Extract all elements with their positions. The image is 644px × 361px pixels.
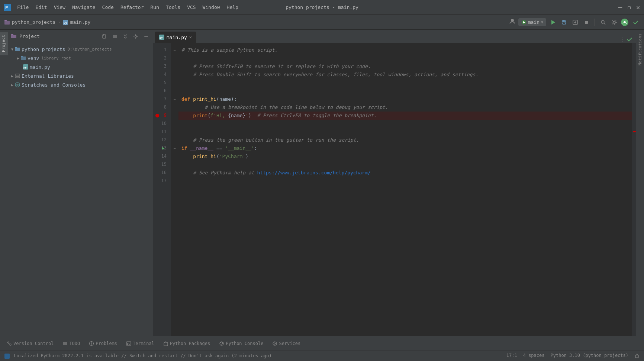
code-line-16: # See PyCharm help at https://www.jetbra…: [178, 169, 632, 177]
minimize-button[interactable]: —: [617, 4, 623, 10]
bottom-tab-terminal[interactable]: Terminal: [122, 338, 158, 349]
line-num-1: 1: [155, 46, 170, 54]
run-button[interactable]: [548, 18, 557, 27]
tree-venv[interactable]: ▶ venv library root: [14, 54, 153, 62]
project-panel-title: Project: [19, 33, 98, 39]
svg-rect-64: [635, 355, 638, 358]
notifications-checkmark[interactable]: [632, 19, 640, 26]
tree-root[interactable]: ▼ python_projects D:\python_projects: [8, 45, 153, 54]
line-numbers: 1 2 3 4 5 6 7 8 9 10 11 12 ▶ 13 14: [153, 43, 171, 336]
fold-16: [171, 169, 178, 177]
debug-button[interactable]: [560, 18, 569, 27]
menu-navigate[interactable]: Navigate: [69, 3, 99, 12]
menu-edit[interactable]: Edit: [32, 3, 50, 12]
project-folder-icon: [11, 34, 16, 39]
fold-13[interactable]: ⌐: [171, 144, 178, 152]
bottom-tab-problems[interactable]: Problems: [85, 338, 121, 349]
svg-point-43: [16, 84, 19, 86]
bottom-tab-packages[interactable]: Python Packages: [160, 338, 214, 349]
status-position[interactable]: 17:1: [506, 353, 517, 359]
line-num-14: 14: [155, 152, 170, 161]
menu-window[interactable]: Window: [200, 3, 223, 12]
svg-line-19: [604, 23, 605, 25]
settings-gear-button[interactable]: [132, 33, 139, 40]
fold-17: [171, 177, 178, 185]
collapse-all-button[interactable]: [111, 33, 119, 40]
root-path: D:\python_projects: [67, 47, 112, 52]
menu-help[interactable]: Help: [224, 3, 241, 12]
line8-comment: # Use a breakpoint in the code line belo…: [181, 103, 388, 112]
menu-vcs[interactable]: VCS: [184, 3, 199, 12]
more-tabs-button[interactable]: ⋮: [619, 36, 625, 42]
status-indent[interactable]: 4 spaces: [523, 353, 545, 359]
editor-tab-mainpy[interactable]: py main.py ✕: [155, 32, 196, 43]
profile-button[interactable]: [509, 18, 516, 26]
menu-code[interactable]: Code: [99, 3, 117, 12]
tab-close-button[interactable]: ✕: [189, 35, 192, 40]
toolbar-separator: [595, 19, 595, 26]
code-line-1: # This is a sample Python script.: [178, 46, 632, 54]
new-file-button[interactable]: [101, 33, 108, 40]
status-lock-icon[interactable]: [634, 353, 640, 359]
code-line-17: [178, 177, 632, 185]
code-line-12: # Press the green button in the gutter t…: [178, 136, 632, 144]
bottom-tab-problems-label: Problems: [96, 341, 117, 346]
code-line-10: [178, 120, 632, 128]
svg-point-20: [613, 21, 615, 23]
line9-fstr: f'Hi,: [210, 112, 228, 120]
menu-refactor[interactable]: Refactor: [117, 3, 147, 12]
fold-7[interactable]: ⌐: [171, 95, 178, 103]
stop-button[interactable]: [582, 18, 591, 27]
coverage-button[interactable]: [571, 18, 580, 27]
minimize-panel-button[interactable]: —: [142, 33, 150, 40]
breadcrumb-project[interactable]: python_projects: [12, 19, 55, 25]
menu-file[interactable]: File: [14, 3, 32, 12]
notifications-panel: Notifications: [636, 30, 644, 336]
run-arrow[interactable]: ▶: [162, 145, 165, 152]
problems-icon: [89, 341, 94, 346]
line-num-8: 8: [155, 103, 170, 112]
tree-scratches[interactable]: ▶ Scratches and Consoles: [8, 80, 153, 89]
maximize-button[interactable]: ❐: [626, 4, 632, 10]
code-editor[interactable]: 1 2 3 4 5 6 7 8 9 10 11 12 ▶ 13 14: [153, 43, 636, 336]
editor-area: py main.py ✕ ⋮ 1 2 3 4 5 6: [153, 30, 636, 336]
scratches-name: Scratches and Consoles: [22, 82, 86, 88]
editor-scrollbar[interactable]: [632, 43, 636, 336]
code-line-15: [178, 161, 632, 169]
line3-comment: # Press Shift+F10 to execute it or repla…: [181, 62, 371, 71]
fold-gutter: ⌐ ⌐ ⌐: [171, 43, 178, 336]
user-avatar[interactable]: [621, 19, 628, 26]
fold-12: [171, 136, 178, 144]
close-button[interactable]: ✕: [635, 4, 641, 10]
svg-text:py: py: [23, 66, 27, 69]
bottom-tab-services[interactable]: Services: [268, 338, 304, 349]
code-content[interactable]: # This is a sample Python script. # Pres…: [178, 43, 632, 336]
status-info-icon: [4, 354, 10, 359]
expand-button[interactable]: [122, 33, 129, 40]
search-button[interactable]: [599, 18, 608, 27]
breadcrumb-file[interactable]: main.py: [70, 19, 91, 25]
run-config[interactable]: main ▼: [518, 18, 546, 26]
breakpoint-indicator[interactable]: [155, 114, 159, 117]
tree-mainpy[interactable]: py main.py: [20, 62, 153, 71]
menu-view[interactable]: View: [51, 3, 68, 12]
svg-point-18: [601, 20, 604, 23]
svg-point-61: [273, 342, 277, 345]
bottom-tab-todo[interactable]: TODO: [59, 338, 84, 349]
tree-external-libs[interactable]: ▶ External Libraries: [8, 71, 153, 80]
notifications-tab[interactable]: Notifications: [636, 32, 644, 67]
svg-rect-17: [585, 21, 588, 24]
services-icon: [272, 341, 277, 346]
scratches-icon: [15, 82, 20, 87]
fold-1[interactable]: ⌐: [171, 46, 178, 54]
menu-tools[interactable]: Tools: [163, 3, 183, 12]
line14-fn: print_hi: [193, 152, 216, 161]
bottom-tab-vcs[interactable]: Version Control: [3, 338, 57, 349]
settings-button[interactable]: [610, 18, 619, 27]
status-python[interactable]: Python 3.10 (python_projects): [550, 353, 628, 359]
bottom-tab-vcs-label: Version Control: [13, 341, 54, 346]
app-icon: P: [3, 3, 12, 12]
bottom-tab-console[interactable]: Python Console: [215, 338, 267, 349]
menu-run[interactable]: Run: [148, 3, 162, 12]
line16-link[interactable]: https://www.jetbrains.com/help/pycharm/: [257, 169, 371, 177]
